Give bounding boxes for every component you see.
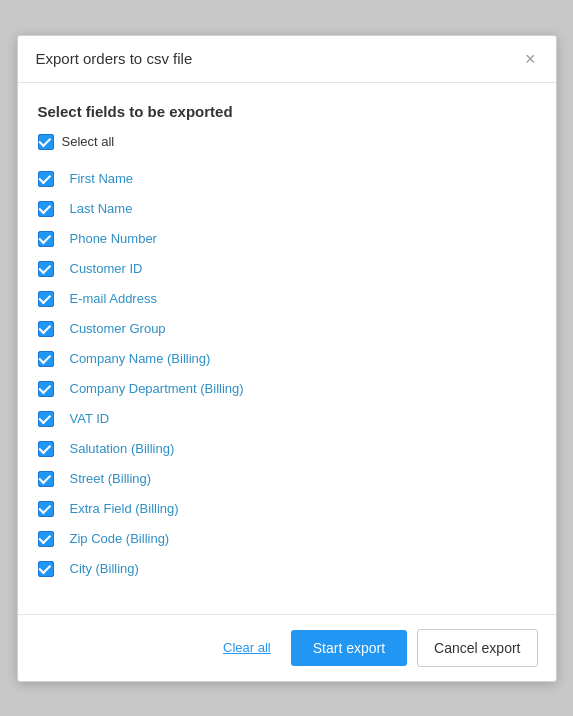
field-row: Extra Field (Billing) xyxy=(38,494,532,524)
field-checkbox-first_name[interactable] xyxy=(38,171,54,187)
field-label-company_name_billing: Company Name (Billing) xyxy=(70,351,211,366)
field-label-phone_number: Phone Number xyxy=(70,231,157,246)
field-row: Street (Billing) xyxy=(38,464,532,494)
start-export-button[interactable]: Start export xyxy=(291,630,407,666)
field-checkbox-company_name_billing[interactable] xyxy=(38,351,54,367)
field-label-extra_field_billing: Extra Field (Billing) xyxy=(70,501,179,516)
field-checkbox-email_address[interactable] xyxy=(38,291,54,307)
select-all-checkbox[interactable] xyxy=(38,134,54,150)
select-all-row: Select all xyxy=(38,134,536,150)
field-row: VAT ID xyxy=(38,404,532,434)
clear-all-button[interactable]: Clear all xyxy=(213,634,281,661)
field-checkbox-extra_field_billing[interactable] xyxy=(38,501,54,517)
field-checkbox-zip_code_billing[interactable] xyxy=(38,531,54,547)
field-label-first_name: First Name xyxy=(70,171,134,186)
close-button[interactable]: × xyxy=(523,50,538,68)
field-checkbox-phone_number[interactable] xyxy=(38,231,54,247)
field-checkbox-last_name[interactable] xyxy=(38,201,54,217)
field-label-email_address: E-mail Address xyxy=(70,291,157,306)
field-row: First Name xyxy=(38,164,532,194)
modal-header: Export orders to csv file × xyxy=(18,36,556,83)
field-checkbox-salutation_billing[interactable] xyxy=(38,441,54,457)
select-all-label[interactable]: Select all xyxy=(62,134,115,149)
field-row: Salutation (Billing) xyxy=(38,434,532,464)
field-row: Zip Code (Billing) xyxy=(38,524,532,554)
modal-body: Select fields to be exported Select all … xyxy=(18,83,556,614)
field-row: Customer Group xyxy=(38,314,532,344)
field-row: Company Department (Billing) xyxy=(38,374,532,404)
field-row: City (Billing) xyxy=(38,554,532,584)
cancel-export-button[interactable]: Cancel export xyxy=(417,629,537,667)
field-row: Phone Number xyxy=(38,224,532,254)
export-modal: Export orders to csv file × Select field… xyxy=(17,35,557,682)
field-checkbox-customer_id[interactable] xyxy=(38,261,54,277)
field-label-customer_group: Customer Group xyxy=(70,321,166,336)
field-row: Company Name (Billing) xyxy=(38,344,532,374)
field-checkbox-city_billing[interactable] xyxy=(38,561,54,577)
field-label-customer_id: Customer ID xyxy=(70,261,143,276)
field-checkbox-customer_group[interactable] xyxy=(38,321,54,337)
field-label-street_billing: Street (Billing) xyxy=(70,471,152,486)
field-row: E-mail Address xyxy=(38,284,532,314)
field-label-vat_id: VAT ID xyxy=(70,411,110,426)
field-checkbox-company_department_billing[interactable] xyxy=(38,381,54,397)
modal-footer: Clear all Start export Cancel export xyxy=(18,614,556,681)
modal-title: Export orders to csv file xyxy=(36,50,193,67)
field-checkbox-vat_id[interactable] xyxy=(38,411,54,427)
field-row: Customer ID xyxy=(38,254,532,284)
field-label-company_department_billing: Company Department (Billing) xyxy=(70,381,244,396)
section-title: Select fields to be exported xyxy=(38,103,536,120)
field-label-last_name: Last Name xyxy=(70,201,133,216)
field-label-salutation_billing: Salutation (Billing) xyxy=(70,441,175,456)
field-checkbox-street_billing[interactable] xyxy=(38,471,54,487)
field-label-zip_code_billing: Zip Code (Billing) xyxy=(70,531,170,546)
field-label-city_billing: City (Billing) xyxy=(70,561,139,576)
fields-list: First NameLast NamePhone NumberCustomer … xyxy=(38,164,536,604)
field-row: Last Name xyxy=(38,194,532,224)
